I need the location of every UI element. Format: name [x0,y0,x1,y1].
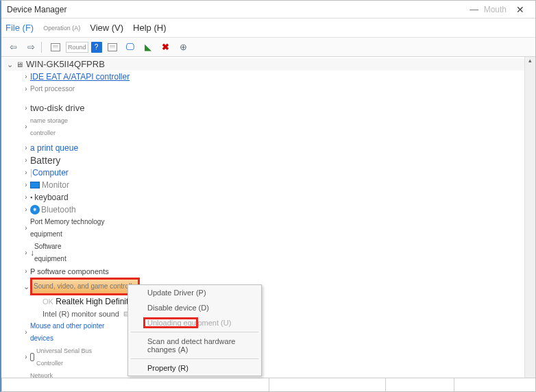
keyboard-node[interactable]: › ▪ keyboard [4,191,524,204]
properties-button[interactable] [105,40,120,54]
mouse-node[interactable]: › Mouse and other pointer devices [4,320,524,345]
minimize-button[interactable]: — [465,4,484,14]
computer-label: Computer [32,167,69,179]
usb-label: Universal Serial Bus Controller [36,345,98,369]
titlebar: Device Manager — Mouth ✕ [1,1,535,19]
uninstall-highlight [143,317,198,328]
computer-name: WIN-GK5II4QFPRB [26,58,105,71]
expand-icon[interactable]: › [22,204,30,216]
add-legacy-button[interactable]: ◣ [141,40,156,54]
ctx-scan-hardware[interactable]: Scan and detect hardware changes (A) [128,334,261,357]
svgc-label: Sound, video, and game controllers [34,282,141,290]
separator [131,332,258,332]
print-queue-node[interactable]: › a print queue [4,142,524,154]
separator [131,358,258,359]
expand-icon[interactable]: › [22,376,30,378]
expand-icon[interactable]: › [22,167,30,179]
toolbar: ⇦ ⇨ Round ? 🖵 ◣ ✖ ⊕ [1,38,535,57]
mouth-label: Mouth [484,5,507,14]
expand-icon[interactable]: › [22,142,30,154]
monitor-node[interactable]: › Monitor [4,179,524,191]
intel-mon-label: Intel (R) monitor sound [42,308,119,320]
mouse-label: Mouse and other pointer devices [30,320,112,345]
ide-label: IDE EAT A/ATAPI controller [30,71,130,83]
intel-monitor-sound-node[interactable]: Intel (R) monitor sound ⊟ [4,308,524,320]
expand-icon[interactable]: › [22,222,30,234]
ctx-update-driver[interactable]: Update Driver (P) [128,285,261,300]
network-node[interactable]: › Network Adapter [4,369,524,378]
back-button[interactable]: ⇦ [5,40,21,54]
close-button[interactable]: ✕ [511,4,530,15]
bluetooth-node[interactable]: › ⁕ Bluetooth [4,204,524,216]
port-processor-node[interactable]: › Port processor [4,83,524,95]
menu-operation[interactable]: Operation (A) [43,25,80,32]
expand-icon[interactable]: › [22,154,30,167]
bluetooth-label: Bluetooth [41,204,76,216]
scan-hardware-button[interactable]: 🖵 [123,40,138,54]
monitor-icon [30,182,40,188]
expand-icon[interactable]: › [22,191,30,204]
print-queue-label: a print queue [30,142,78,154]
monitor-label: Monitor [42,179,69,191]
expand-icon[interactable]: › [22,102,30,114]
net-label: Network Adapter [30,369,64,378]
device-manager-window: Device Manager — Mouth ✕ File (F) Operat… [0,0,536,392]
memory-tech-node[interactable]: › Port Memory technology equipment [4,216,524,241]
collapse-icon[interactable]: ⌄ [22,280,30,293]
menu-view[interactable]: View (V) [90,23,123,33]
expand-icon[interactable]: › [22,71,30,83]
ok-label: OK [42,295,53,308]
help-icon[interactable]: ? [91,42,102,53]
computer-icon [14,59,25,70]
ctx-disable-device[interactable]: Disable device (D) [128,300,261,315]
expand-icon[interactable]: › [22,121,30,133]
two-disk-node[interactable]: › two-disk drive [4,102,524,114]
collapse-icon[interactable]: ⌄ [5,58,14,71]
software-comp-node[interactable]: › P software components [4,265,524,278]
root-node[interactable]: ⌄ WIN-GK5II4QFPRB [4,58,524,71]
window-title: Device Manager [7,5,66,14]
name-storage-node[interactable]: › name storage controller [4,114,524,139]
statusbar [1,378,535,391]
expand-icon[interactable]: › [22,83,30,95]
expand-icon[interactable]: › [22,179,30,191]
expand-icon[interactable]: › [22,326,30,339]
forward-button[interactable]: ⇨ [23,40,38,54]
sw-comp-label: P software components [30,265,109,278]
bluetooth-icon: ⁕ [30,205,40,215]
uninstall-button[interactable]: ✖ [158,40,173,54]
realtek-node[interactable]: OK Realtek High Definition Audio [4,295,524,308]
software-equip-node[interactable]: › ↓ Software equipment [4,241,524,265]
port-proc-label: Port processor [30,83,78,95]
usb-icon [30,353,34,361]
ctx-property[interactable]: Property (R) [128,360,261,376]
port-mem-label: Port Memory technology equipment [30,216,133,241]
computer-node[interactable]: › | Computer [4,167,524,179]
update-driver-button[interactable]: ⊕ [176,40,191,54]
svgc-highlight: Sound, video, and game controllers [30,278,140,295]
scroll-up-icon[interactable]: ▴ [525,57,535,64]
battery-node[interactable]: › Battery [4,154,524,167]
keyboard-label: keyboard [34,191,68,204]
ide-controller-node[interactable]: › IDE EAT A/ATAPI controller [4,71,524,83]
expand-icon[interactable]: › [22,351,30,363]
menu-file[interactable]: File (F) [5,23,34,33]
name-storage-label: name storage controller [30,114,92,139]
device-tree[interactable]: ⌄ WIN-GK5II4QFPRB › IDE EAT A/ATAPI cont… [1,57,524,378]
expand-icon[interactable]: › [22,265,30,278]
usb-node[interactable]: › Universal Serial Bus Controller [4,345,524,369]
round-label: Round [66,42,88,53]
sound-video-game-node[interactable]: ⌄ Sound, video, and game controllers [4,278,524,295]
battery-label: Battery [30,154,60,167]
menu-help[interactable]: Help (H) [133,23,166,33]
two-disk-label: two-disk drive [30,102,84,114]
vertical-scrollbar[interactable]: ▴ [524,57,535,378]
expand-icon[interactable]: › [22,247,30,259]
menubar: File (F) Operation (A) View (V) Help (H) [1,19,535,38]
separator [41,42,45,53]
context-menu: Update Driver (P) Disable device (D) Unl… [127,284,262,376]
show-hide-tree-button[interactable] [48,40,63,54]
sw-equip-label: Software equipment [34,241,89,265]
